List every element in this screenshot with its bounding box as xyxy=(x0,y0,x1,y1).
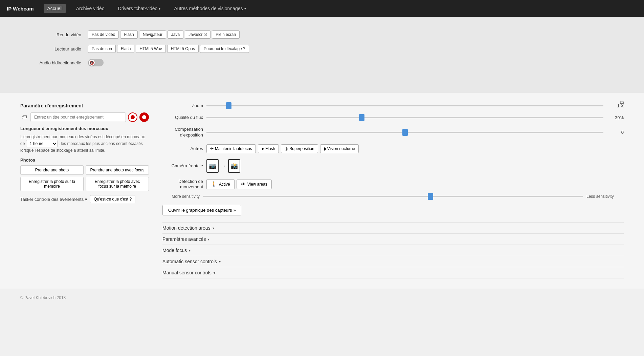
sensitivity-row: More sensitivity Less sensitivity xyxy=(162,194,624,199)
accordion-automatic-sensor[interactable]: Automatic sensor controls ▾ xyxy=(162,256,624,267)
zoom-label: Zoom xyxy=(162,103,203,109)
audio-bidirectional-row: Audio bidirectionnelle 🔇 xyxy=(20,59,624,66)
plus-icon: ✛ xyxy=(210,146,214,151)
detection-label: Détection de mouvement xyxy=(162,179,203,190)
compensation-slider[interactable] xyxy=(206,132,603,133)
night-icon: ◗ xyxy=(324,146,326,151)
sensitivity-slider-container xyxy=(203,196,583,197)
video-btn-5[interactable]: Plein écran xyxy=(212,30,240,39)
video-btn-3[interactable]: Java xyxy=(168,30,183,39)
nav-dropdown-drivers[interactable]: Drivers tchat-vidéo ▾ xyxy=(115,4,164,13)
walk-icon: 🚶 xyxy=(211,181,217,187)
external-link-icon[interactable]: ⧉ xyxy=(620,100,624,106)
video-render-buttons: Pas de vidéo Flash Navigateur Java Javas… xyxy=(88,30,240,39)
night-vision-button[interactable]: ◗ Vision nocturne xyxy=(320,144,359,153)
chevron-down-icon: ▾ xyxy=(85,197,87,202)
tasker-row: Tasker contrôle des événements ▾ Qu'est-… xyxy=(20,195,149,203)
audio-player-row: Lecteur audio Pas de son Flash HTML5 Wav… xyxy=(20,45,624,53)
nav-item-archive[interactable]: Archive vidéo xyxy=(73,4,108,13)
navbar: IP Webcam Accueil Archive vidéo Drivers … xyxy=(0,0,644,17)
accordion-label: Motion detection areas xyxy=(162,225,210,231)
footer: © Pavel Khlebovich 2013 xyxy=(0,289,644,307)
video-btn-0[interactable]: Pas de vidéo xyxy=(88,30,119,39)
quality-row: Qualité du flux 39% xyxy=(162,115,624,121)
audio-toggle-wrapper: 🔇 xyxy=(88,59,104,66)
chevron-down-icon: ▾ xyxy=(159,7,160,11)
audio-btn-4[interactable]: Pourquoi le décalage ? xyxy=(200,45,249,53)
video-btn-4[interactable]: Javascript xyxy=(185,30,210,39)
arrow-right-icon: → xyxy=(221,163,226,169)
record-button-fill[interactable] xyxy=(139,112,149,122)
accordion-manual-sensor[interactable]: Manual sensor controls ▾ xyxy=(162,267,624,278)
autofocus-button[interactable]: ✛ Maintenir l'autofocus xyxy=(206,144,256,153)
zoom-slider-container xyxy=(206,105,603,106)
detection-row: Détection de mouvement 🚶 Activé 👁 View a… xyxy=(162,179,624,190)
view-areas-button[interactable]: 👁 View areas xyxy=(237,180,272,189)
toggle-knob: 🔇 xyxy=(89,60,95,66)
video-render-row: Rendu vidéo Pas de vidéo Flash Navigateu… xyxy=(20,30,624,39)
audio-player-label: Lecteur audio xyxy=(20,46,88,51)
video-btn-1[interactable]: Flash xyxy=(120,30,137,39)
record-button-outline[interactable] xyxy=(128,112,137,122)
detection-buttons: 🚶 Activé 👁 View areas xyxy=(206,179,272,189)
take-photo-focus-button[interactable]: Prendre une photo avec focus xyxy=(86,165,149,175)
accordion-label: Manual sensor controls xyxy=(162,270,212,275)
accordion-label: Automatic sensor controls xyxy=(162,259,217,264)
record-dot-white-icon xyxy=(142,115,146,119)
others-buttons: ✛ Maintenir l'autofocus ● Flash ◎ Superp… xyxy=(206,144,359,153)
photos-title: Photos xyxy=(20,158,149,163)
audio-bidirectional-toggle[interactable]: 🔇 xyxy=(88,59,104,66)
chunk-description: L'enregistrement par morceaux des vidéos… xyxy=(20,134,149,153)
accordion-list: Motion detection areas ▾ Paramètres avan… xyxy=(162,222,624,278)
right-panel-wrapper: ⧉ Zoom 1 X Qualité du flux 39% C xyxy=(162,103,624,278)
others-label: Autres xyxy=(162,146,203,151)
audio-btn-3[interactable]: HTML5 Opus xyxy=(167,45,199,53)
camera-label: Caméra frontale xyxy=(162,163,203,168)
compensation-label: Compensation d'exposition xyxy=(162,127,203,138)
chevron-down-icon: ▾ xyxy=(214,271,215,275)
recording-input-row: 🏷 xyxy=(20,112,149,122)
chevron-down-icon: ▾ xyxy=(189,249,191,252)
recording-section-title: Paramètre d'enregistrement xyxy=(20,103,149,108)
audio-btn-1[interactable]: Flash xyxy=(117,45,134,53)
open-graph-button[interactable]: Ouvrir le graphique des capteurs » xyxy=(162,205,241,215)
zoom-slider[interactable] xyxy=(206,105,603,106)
compensation-slider-container xyxy=(206,132,603,133)
audio-btn-0[interactable]: Pas de son xyxy=(88,45,116,53)
superposition-button[interactable]: ◎ Superposition xyxy=(281,144,318,153)
audio-player-buttons: Pas de son Flash HTML5 Wav HTML5 Opus Po… xyxy=(88,45,249,53)
save-photo-memory-button[interactable]: Enregistrer la photo sur la mémoire xyxy=(20,177,84,191)
navbar-brand: IP Webcam xyxy=(7,6,34,12)
save-photo-focus-memory-button[interactable]: Enregistrer la photo avec focus sur la m… xyxy=(86,177,149,191)
flash-button[interactable]: ● Flash xyxy=(258,144,279,153)
flash-icon: ● xyxy=(262,146,264,151)
quality-value: 39% xyxy=(607,115,624,120)
quality-label: Qualité du flux xyxy=(162,115,203,121)
sensitivity-left-label: More sensitivity xyxy=(162,194,200,199)
nav-item-accueil[interactable]: Accueil xyxy=(44,4,66,13)
camera-frontale-row: Caméra frontale 📷 → 📸 xyxy=(162,159,624,173)
chunk-duration-select[interactable]: 1 heure 30 minutes 2 heures xyxy=(26,140,58,147)
quality-slider[interactable] xyxy=(206,117,603,118)
accordion-mode-focus[interactable]: Mode focus ▾ xyxy=(162,245,624,256)
back-camera-icon: 📸 xyxy=(228,159,240,173)
take-photo-button[interactable]: Prendre une photo xyxy=(20,165,84,175)
video-btn-2[interactable]: Navigateur xyxy=(139,30,166,39)
accordion-motion-detection[interactable]: Motion detection areas ▾ xyxy=(162,222,624,234)
sensitivity-slider[interactable] xyxy=(203,196,583,197)
overlay-icon: ◎ xyxy=(285,146,288,151)
what-is-it-button[interactable]: Qu'est-ce que c'est ? xyxy=(90,195,135,203)
recording-title-input[interactable] xyxy=(30,112,126,122)
front-camera-icon: 📷 xyxy=(206,159,219,173)
active-button[interactable]: 🚶 Activé xyxy=(206,179,235,189)
tasker-button[interactable]: Tasker contrôle des événements ▾ xyxy=(20,197,87,202)
speaker-icon: 🔇 xyxy=(89,61,94,65)
open-graph-row: Ouvrir le graphique des capteurs » xyxy=(162,205,624,215)
chevron-down-icon: ▾ xyxy=(208,237,209,241)
accordion-parametres-avances[interactable]: Paramètres avancés ▾ xyxy=(162,234,624,245)
nav-dropdown-autres[interactable]: Autres méthodes de visionnages ▾ xyxy=(171,4,249,13)
audio-btn-2[interactable]: HTML5 Wav xyxy=(136,45,165,53)
chevron-down-icon: ▾ xyxy=(244,7,246,11)
compensation-row: Compensation d'exposition 0 xyxy=(162,127,624,138)
footer-text: © Pavel Khlebovich 2013 xyxy=(20,295,66,300)
